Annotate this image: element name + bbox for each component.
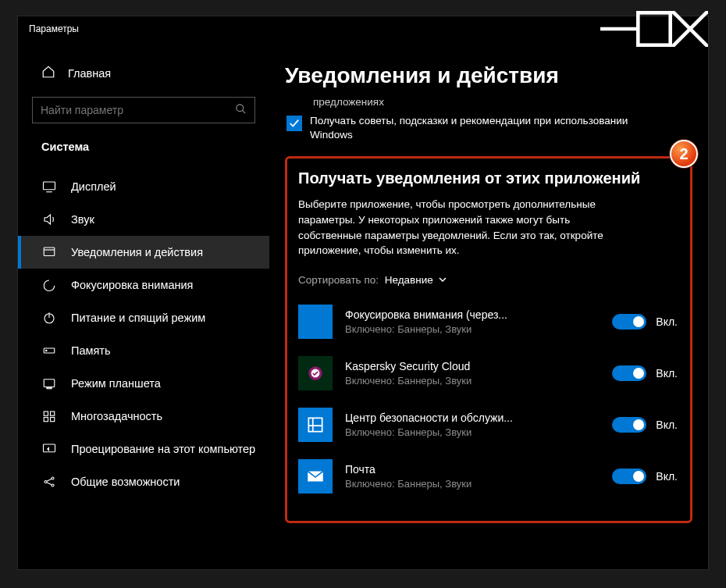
shared-icon [41, 475, 57, 489]
category-header: Система [18, 136, 269, 161]
chevron-down-icon [438, 275, 447, 284]
sidebar-item-display[interactable]: Дисплей [18, 170, 269, 203]
app-toggle[interactable] [612, 417, 646, 433]
svg-point-12 [46, 350, 48, 351]
svg-point-4 [237, 105, 244, 112]
toggle-state: Вкл. [656, 367, 678, 380]
sort-row[interactable]: Сортировать по: Недавние [298, 274, 678, 286]
app-name: Почта [345, 463, 603, 476]
sidebar-item-storage[interactable]: Память [18, 334, 269, 367]
sidebar-item-multitask[interactable]: Многозадачность [18, 400, 269, 433]
sort-label: Сортировать по: [298, 274, 379, 286]
sidebar-item-focus[interactable]: Фокусировка внимания [18, 269, 269, 301]
apps-section: 2 Получать уведомления от этих приложени… [285, 156, 692, 523]
app-icon-kaspersky [298, 356, 333, 390]
tips-checkbox[interactable] [286, 116, 302, 131]
app-icon-mail [298, 459, 333, 494]
svg-point-20 [44, 481, 47, 483]
maximize-button[interactable] [636, 16, 672, 41]
toggle-state: Вкл. [656, 470, 678, 483]
sidebar-item-tablet[interactable]: Режим планшета [18, 367, 269, 400]
sidebar-item-shared[interactable]: Общие возможности [18, 465, 269, 498]
app-icon-focus [298, 305, 333, 339]
window-controls [600, 16, 708, 41]
sidebar-item-label: Питание и спящий режим [71, 312, 205, 324]
focus-icon [41, 278, 57, 292]
display-icon [41, 180, 57, 194]
window-title: Параметры [29, 23, 79, 34]
sidebar-item-label: Память [71, 344, 111, 357]
app-row-focus[interactable]: Фокусировка внимания (через... Включено:… [298, 297, 678, 348]
sidebar-item-notifications[interactable]: Уведомления и действия [18, 236, 269, 269]
toggle-state: Вкл. [656, 419, 678, 431]
app-toggle[interactable] [612, 314, 646, 330]
svg-rect-27 [308, 418, 322, 431]
svg-rect-15 [44, 412, 48, 415]
notifications-icon [41, 245, 57, 259]
svg-rect-14 [47, 387, 52, 389]
svg-line-5 [242, 110, 245, 113]
sidebar-item-label: Фокусировка внимания [71, 279, 193, 291]
settings-window: Параметры Главная [17, 16, 709, 570]
home-label: Главная [68, 67, 111, 80]
svg-rect-13 [44, 380, 55, 387]
main-pane: Уведомления и действия предложениях Полу… [269, 41, 708, 569]
app-subtitle: Включено: Баннеры, Звуки [345, 426, 603, 438]
svg-rect-1 [638, 12, 670, 45]
multitask-icon [41, 409, 57, 423]
sidebar: Главная Система Дисплей Звук Уведомления… [18, 41, 269, 569]
minimize-button[interactable] [600, 16, 636, 41]
section-desc: Выберите приложение, чтобы просмотреть д… [298, 197, 610, 258]
home-icon [41, 65, 55, 81]
app-row-security-center[interactable]: Центр безопасности и обслужи... Включено… [298, 400, 678, 451]
svg-line-23 [47, 479, 52, 481]
toggle-state: Вкл. [656, 315, 678, 328]
sidebar-item-label: Уведомления и действия [71, 246, 203, 258]
svg-rect-6 [44, 182, 55, 190]
sidebar-item-label: Звук [71, 213, 94, 226]
app-name: Фокусировка внимания (через... [345, 308, 603, 321]
sidebar-item-label: Многозадачность [71, 410, 162, 422]
sidebar-item-label: Проецирование на этот компьютер [71, 443, 255, 455]
svg-line-24 [47, 483, 52, 485]
app-icon-security [298, 408, 333, 442]
sort-dropdown[interactable]: Недавние [385, 274, 447, 286]
sidebar-item-power[interactable]: Питание и спящий режим [18, 301, 269, 334]
svg-rect-17 [44, 418, 48, 422]
tips-checkbox-row[interactable]: Получать советы, подсказки и рекомендаци… [286, 114, 646, 142]
sidebar-item-sound[interactable]: Звук [18, 203, 269, 236]
titlebar: Параметры [18, 16, 708, 41]
close-button[interactable] [672, 16, 708, 41]
app-toggle[interactable] [612, 469, 646, 484]
svg-rect-8 [44, 248, 55, 256]
partial-check-text: предложениях [286, 96, 692, 108]
sidebar-item-label: Режим планшета [71, 377, 161, 390]
power-icon [41, 311, 57, 325]
app-subtitle: Включено: Баннеры, Звуки [345, 375, 603, 387]
sidebar-item-project[interactable]: Проецирование на этот компьютер [18, 433, 269, 465]
app-row-mail[interactable]: Почта Включено: Баннеры, Звуки Вкл. [298, 451, 678, 503]
step-badge: 2 [670, 140, 698, 168]
search-input[interactable] [41, 104, 235, 116]
home-link[interactable]: Главная [18, 57, 269, 89]
sound-icon [41, 212, 57, 226]
search-box[interactable] [32, 97, 255, 123]
app-name: Kaspersky Security Cloud [345, 360, 603, 372]
svg-rect-16 [51, 412, 55, 415]
tablet-icon [41, 376, 57, 390]
svg-point-21 [52, 477, 54, 479]
search-icon [235, 103, 247, 117]
app-toggle[interactable] [612, 365, 646, 381]
svg-rect-18 [51, 418, 55, 422]
app-name: Центр безопасности и обслужи... [345, 412, 603, 424]
section-title: Получать уведомления от этих приложений [298, 169, 678, 187]
page-title: Уведомления и действия [285, 63, 692, 88]
tips-checkbox-label: Получать советы, подсказки и рекомендаци… [310, 114, 646, 142]
sidebar-item-label: Общие возможности [71, 476, 180, 488]
app-subtitle: Включено: Баннеры, Звуки [345, 323, 603, 335]
sidebar-item-label: Дисплей [71, 180, 116, 193]
app-row-kaspersky[interactable]: Kaspersky Security Cloud Включено: Банне… [298, 348, 678, 400]
app-subtitle: Включено: Баннеры, Звуки [345, 478, 603, 490]
svg-point-22 [52, 484, 54, 486]
project-icon [41, 442, 57, 456]
